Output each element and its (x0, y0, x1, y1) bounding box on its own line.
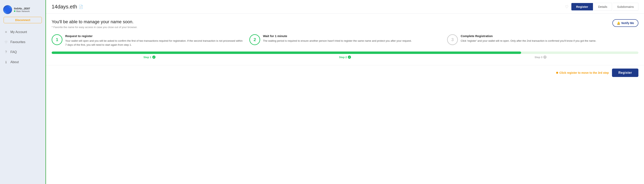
sidebar-item-label: Favourites (10, 40, 26, 44)
step-3-description: Click 'register' and your wallet will re… (461, 39, 596, 43)
sidebar: 0x0Ab...2E87 Main Network Disconnect ≡ M… (0, 0, 46, 184)
click-hint: Click register to move to the 3rd step (556, 71, 609, 74)
sidebar-item-favourites[interactable]: ♡ Favourites (0, 37, 46, 47)
domain-name: 14days.eth (52, 4, 77, 10)
step-3-content: Complete Registration Click 'register' a… (461, 34, 596, 43)
notify-label: Notify Me (622, 22, 634, 25)
network-dot (14, 11, 16, 12)
step1-label: Step 1 ✓ (52, 56, 247, 59)
step-2-description: The waiting period is required to ensure… (263, 39, 412, 43)
progress-bar-fill (52, 52, 521, 54)
step2-check-icon: ✓ (348, 56, 351, 59)
about-icon: ℹ (4, 60, 8, 64)
register-button[interactable]: Register (612, 69, 638, 77)
step-1-circle: 1 (52, 34, 62, 45)
sidebar-item-about[interactable]: ℹ About (0, 57, 46, 67)
bottom-bar: Click register to move to the 3rd step R… (46, 65, 644, 80)
profile-section: 0x0Ab...2E87 Main Network (0, 4, 46, 17)
manage-banner: You'll be able to manage your name soon.… (52, 19, 638, 29)
tab-subdomains[interactable]: Subdomains (613, 3, 638, 11)
sidebar-nav: ≡ My Account ♡ Favourites ? FAQ ℹ About (0, 27, 46, 67)
step-2-circle: 2 (249, 34, 260, 45)
hint-text: Click register to move to the 3rd step (559, 71, 609, 74)
step2-label: Step 2 ✓ (247, 56, 443, 59)
step-3-circle: 3 (447, 34, 458, 45)
step-3-title: Complete Registration (461, 34, 596, 38)
network-label: Main Network (14, 10, 30, 13)
wallet-address: 0x0Ab...2E87 (14, 7, 30, 10)
manage-heading: You'll be able to manage your name soon. (52, 19, 138, 25)
domain-title: 14days.eth 📄 (52, 4, 560, 10)
step-2-content: Wait for 1 minute The waiting period is … (263, 34, 412, 43)
step-1-title: Request to register (65, 34, 243, 38)
step-1-content: Request to register Your wallet will ope… (65, 34, 243, 47)
sidebar-item-faq[interactable]: ? FAQ (0, 47, 46, 57)
step-1-card: 1 Request to register Your wallet will o… (52, 34, 243, 47)
step1-check-icon: ✓ (152, 56, 156, 59)
topbar-actions: ♡ Register Details Subdomains (563, 3, 638, 11)
step-1-description: Your wallet will open and you will be as… (65, 39, 243, 47)
copy-icon[interactable]: 📄 (79, 5, 83, 9)
topbar: 14days.eth 📄 ♡ Register Details Subdomai… (46, 0, 644, 14)
tab-register[interactable]: Register (571, 3, 593, 11)
notify-me-button[interactable]: 🔔 Notify Me (612, 19, 638, 27)
main-content: 14days.eth 📄 ♡ Register Details Subdomai… (46, 0, 644, 184)
step-3-card: 3 Complete Registration Click 'register'… (447, 34, 638, 47)
sidebar-item-label: My Account (10, 30, 27, 34)
profile-info: 0x0Ab...2E87 Main Network (14, 7, 30, 13)
step3-label: Step 3 ? (443, 56, 638, 59)
steps-container: 1 Request to register Your wallet will o… (52, 34, 638, 47)
bell-icon: 🔔 (617, 22, 620, 25)
step-2-card: 2 Wait for 1 minute The waiting period i… (249, 34, 441, 47)
avatar (3, 5, 12, 14)
manage-text: You'll be able to manage your name soon.… (52, 19, 138, 29)
step3-info-icon: ? (543, 56, 546, 59)
my-account-icon: ≡ (4, 30, 8, 34)
manage-subtext: * Favorite the name for easy access in c… (52, 26, 138, 29)
tab-details[interactable]: Details (594, 3, 612, 11)
sidebar-item-my-account[interactable]: ≡ My Account (0, 27, 46, 37)
favourite-button[interactable]: ♡ (563, 3, 570, 11)
orange-dot (556, 72, 558, 74)
progress-bar-track (52, 52, 638, 54)
progress-labels: Step 1 ✓ Step 2 ✓ Step 3 ? (52, 56, 638, 59)
faq-icon: ? (4, 50, 8, 54)
step-2-title: Wait for 1 minute (263, 34, 412, 38)
sidebar-item-label: FAQ (10, 50, 17, 54)
progress-section: Step 1 ✓ Step 2 ✓ Step 3 ? (52, 52, 638, 59)
favourites-icon: ♡ (4, 40, 8, 44)
sidebar-item-label: About (10, 60, 19, 64)
content-area: You'll be able to manage your name soon.… (46, 14, 644, 65)
disconnect-button[interactable]: Disconnect (4, 17, 42, 23)
